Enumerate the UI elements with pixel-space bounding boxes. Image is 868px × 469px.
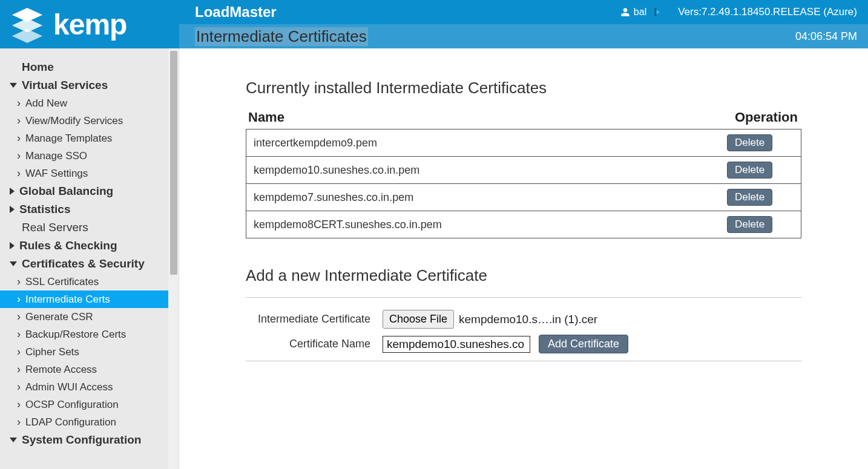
certs-table: intercertkempdemo9.pem Delete kempdemo10… <box>246 129 801 238</box>
sidebar-item-remote-access[interactable]: Remote Access <box>0 361 179 378</box>
chevron-down-icon <box>10 438 17 442</box>
form-row-certname: Certificate Name Add Certificate <box>246 335 801 353</box>
header-upper: LoadMaster bal Vers:7.2.49.1.18450.RELEA… <box>179 0 868 24</box>
cert-name: kempdemo10.suneshes.co.in.pem <box>254 164 727 177</box>
scrollbar-thumb[interactable] <box>170 51 177 275</box>
sidebar-item-add-new[interactable]: Add New <box>0 94 179 112</box>
cert-name: kempdemo8CERT.suneshes.co.in.pem <box>254 218 727 231</box>
certificate-name-input[interactable] <box>383 336 530 353</box>
sidebar-item-intermediate-certs[interactable]: Intermediate Certs <box>0 290 179 308</box>
table-row: intercertkempdemo9.pem Delete <box>246 130 801 156</box>
label-intermediate-certificate: Intermediate Certificate <box>246 313 383 326</box>
version-text: Vers:7.2.49.1.18450.RELEASE (Azure) <box>678 6 857 18</box>
delete-button[interactable]: Delete <box>727 189 772 206</box>
sidebar-item-certificates-security[interactable]: Certificates & Security <box>0 255 179 273</box>
sidebar-item-ldap-configuration[interactable]: LDAP Configuration <box>0 413 179 431</box>
sidebar-item-waf-settings[interactable]: WAF Settings <box>0 165 179 182</box>
sidebar-item-virtual-services[interactable]: Virtual Services <box>0 76 179 94</box>
brand-name: kemp <box>53 8 127 41</box>
add-certificate-button[interactable]: Add Certificate <box>539 335 628 353</box>
header-lower: Intermediate Certificates 04:06:54 PM <box>179 24 868 48</box>
top-header: kemp LoadMaster bal Vers:7.2.49.1.18450.… <box>0 0 868 48</box>
chosen-file-name: kempdemo10.s….in (1).cer <box>459 313 597 326</box>
installed-certs-heading: Currently installed Intermediate Certifi… <box>246 79 801 97</box>
chevron-down-icon <box>10 261 17 266</box>
delete-button[interactable]: Delete <box>727 134 772 151</box>
sidebar-item-global-balancing[interactable]: Global Balancing <box>0 182 179 200</box>
divider <box>246 361 801 361</box>
table-header: Name Operation <box>246 110 801 125</box>
form-row-file: Intermediate Certificate Choose File kem… <box>246 310 801 329</box>
delete-button[interactable]: Delete <box>727 162 772 179</box>
app-title: LoadMaster <box>195 4 277 21</box>
chevron-right-icon <box>10 188 15 195</box>
kemp-logo-icon <box>8 5 46 43</box>
sidebar-item-view-modify-services[interactable]: View/Modify Services <box>0 112 179 130</box>
add-cert-heading: Add a new Intermediate Certificate <box>246 266 801 285</box>
table-row: kempdemo7.suneshes.co.in.pem Delete <box>246 183 801 211</box>
username: bal <box>634 7 646 18</box>
sidebar-item-manage-templates[interactable]: Manage Templates <box>0 130 179 147</box>
column-name: Name <box>246 110 735 125</box>
cert-name: intercertkempdemo9.pem <box>254 137 727 149</box>
divider <box>246 297 801 298</box>
sidebar-item-manage-sso[interactable]: Manage SSO <box>0 147 179 165</box>
sidebar-item-admin-wui-access[interactable]: Admin WUI Access <box>0 378 179 396</box>
sidebar-item-ssl-certificates[interactable]: SSL Certificates <box>0 273 179 290</box>
sidebar-item-home[interactable]: Home <box>0 58 179 76</box>
sidebar-item-rules-checking[interactable]: Rules & Checking <box>0 237 179 255</box>
cert-name: kempdemo7.suneshes.co.in.pem <box>254 191 727 204</box>
logout-icon[interactable] <box>650 7 661 18</box>
sidebar-item-statistics[interactable]: Statistics <box>0 200 179 218</box>
svg-marker-2 <box>12 29 42 43</box>
label-certificate-name: Certificate Name <box>246 338 383 350</box>
sidebar-item-generate-csr[interactable]: Generate CSR <box>0 308 179 326</box>
sidebar-scrollbar[interactable] <box>168 48 179 469</box>
sidebar-item-cipher-sets[interactable]: Cipher Sets <box>0 343 179 361</box>
clock: 04:06:54 PM <box>795 30 857 43</box>
delete-button[interactable]: Delete <box>727 216 772 233</box>
brand-logo: kemp <box>0 0 179 48</box>
table-row: kempdemo8CERT.suneshes.co.in.pem Delete <box>246 211 801 238</box>
page-title: Intermediate Certificates <box>195 27 368 46</box>
sidebar: Home Virtual Services Add New View/Modif… <box>0 48 179 469</box>
choose-file-button[interactable]: Choose File <box>383 310 454 329</box>
table-row: kempdemo10.suneshes.co.in.pem Delete <box>246 156 801 183</box>
sidebar-item-real-servers[interactable]: Real Servers <box>0 218 179 237</box>
chevron-right-icon <box>10 242 15 249</box>
main-content: Currently installed Intermediate Certifi… <box>179 48 868 469</box>
chevron-down-icon <box>10 83 17 88</box>
user-icon <box>620 7 630 17</box>
column-operation: Operation <box>735 110 801 125</box>
sidebar-item-ocsp-configuration[interactable]: OCSP Configuration <box>0 396 179 413</box>
sidebar-item-backup-restore-certs[interactable]: Backup/Restore Certs <box>0 326 179 343</box>
sidebar-item-system-configuration[interactable]: System Configuration <box>0 431 179 449</box>
chevron-right-icon <box>10 206 15 213</box>
